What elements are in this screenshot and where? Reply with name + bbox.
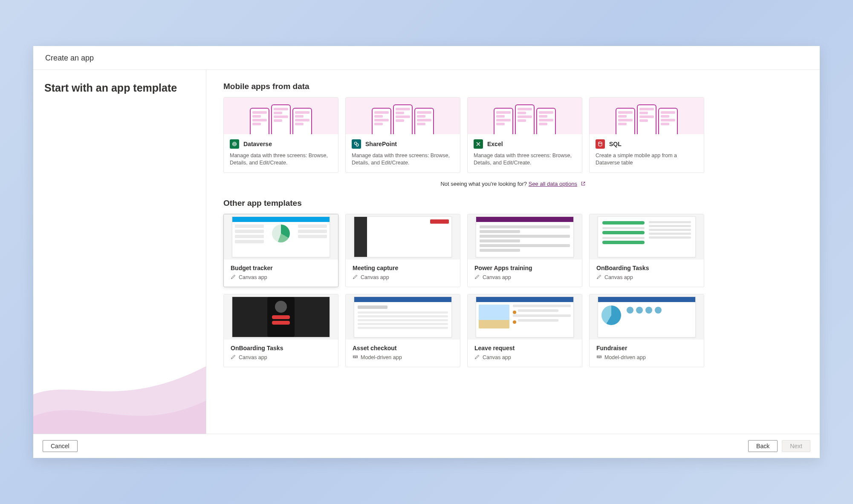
- template-preview: [224, 294, 338, 340]
- svg-rect-8: [597, 357, 599, 357]
- mobile-card-desc: Manage data with three screens: Browse, …: [230, 152, 332, 167]
- external-link-icon: [581, 181, 586, 187]
- template-kind: Canvas app: [353, 274, 453, 281]
- template-preview: [590, 294, 704, 340]
- template-title: Meeting capture: [353, 265, 453, 271]
- back-button[interactable]: Back: [748, 440, 778, 452]
- template-preview: [590, 214, 704, 259]
- footer-button-group: Back Next: [748, 440, 810, 452]
- see-all-data-link[interactable]: See all data options: [529, 181, 577, 187]
- pencil-icon: [474, 274, 480, 281]
- mobile-card-title: SQL: [609, 141, 622, 147]
- templates-grid: Budget tracker Canvas app Meeting captur…: [223, 214, 803, 367]
- template-preview: [346, 214, 460, 259]
- template-kind: Canvas app: [474, 274, 575, 281]
- not-seeing-text: Not seeing what you're looking for?: [440, 181, 528, 187]
- left-panel: Start with an app template: [33, 70, 206, 434]
- mobile-card-desc: Manage data with three screens: Browse, …: [474, 152, 576, 167]
- template-preview: [468, 214, 582, 259]
- dialog-title: Create an app: [45, 54, 94, 62]
- next-button[interactable]: Next: [782, 440, 810, 452]
- svg-point-2: [356, 144, 359, 146]
- blocks-icon: [353, 354, 358, 361]
- mobile-card-title: Dataverse: [243, 141, 272, 147]
- svg-rect-5: [353, 357, 356, 357]
- template-kind: Model-driven app: [353, 354, 453, 361]
- mobile-card-sql[interactable]: SQL Create a simple mobile app from a Da…: [589, 97, 704, 173]
- template-card-meeting-capture[interactable]: Meeting capture Canvas app: [345, 214, 460, 287]
- template-card-fundraiser[interactable]: Fundraiser Model-driven app: [589, 294, 704, 367]
- svg-rect-6: [356, 357, 358, 357]
- template-kind-label: Canvas app: [239, 354, 267, 360]
- dialog-header: Create an app: [33, 46, 820, 70]
- template-card-power-apps-training[interactable]: Power Apps training Canvas app: [467, 214, 582, 287]
- svg-rect-9: [599, 357, 601, 357]
- pencil-icon: [353, 274, 358, 281]
- template-kind-label: Canvas app: [361, 274, 389, 280]
- template-kind-label: Model-driven app: [604, 354, 646, 360]
- create-app-dialog: Create an app Start with an app template…: [33, 46, 820, 458]
- template-title: Power Apps training: [474, 265, 575, 271]
- mobile-preview: [224, 98, 338, 134]
- template-kind-label: Canvas app: [483, 274, 511, 280]
- mobile-preview: [590, 98, 704, 134]
- template-kind: Canvas app: [596, 274, 697, 281]
- excel-icon: [474, 139, 483, 149]
- mobile-card-sharepoint[interactable]: SharePoint Manage data with three screen…: [345, 97, 460, 173]
- not-seeing-row: Not seeing what you're looking for? See …: [223, 181, 803, 187]
- pencil-icon: [474, 354, 480, 361]
- sql-icon: [596, 139, 605, 149]
- mobile-grid: Dataverse Manage data with three screens…: [223, 97, 803, 173]
- section-mobile-title: Mobile apps from data: [223, 82, 803, 91]
- template-preview: [346, 294, 460, 340]
- template-kind: Canvas app: [474, 354, 575, 361]
- mobile-card-excel[interactable]: Excel Manage data with three screens: Br…: [467, 97, 582, 173]
- mobile-preview: [468, 98, 582, 134]
- template-card-onboarding-tasks[interactable]: OnBoarding Tasks Canvas app: [223, 294, 338, 367]
- template-title: OnBoarding Tasks: [231, 345, 331, 351]
- sharepoint-icon: [352, 139, 361, 149]
- template-kind: Canvas app: [231, 274, 331, 281]
- template-kind-label: Canvas app: [604, 274, 633, 280]
- pencil-icon: [596, 274, 602, 281]
- pencil-icon: [231, 274, 236, 281]
- template-kind-label: Canvas app: [239, 274, 267, 280]
- mobile-card-title: Excel: [487, 141, 503, 147]
- cancel-button[interactable]: Cancel: [43, 440, 78, 452]
- template-title: Leave request: [474, 345, 575, 351]
- blocks-icon: [596, 354, 602, 361]
- mobile-card-desc: Manage data with three screens: Browse, …: [352, 152, 454, 167]
- right-panel: Mobile apps from data Dataverse Manage d…: [206, 70, 820, 434]
- template-kind-label: Canvas app: [483, 354, 511, 360]
- pencil-icon: [231, 354, 236, 361]
- template-kind: Canvas app: [231, 354, 331, 361]
- dialog-footer: Cancel Back Next: [33, 434, 820, 458]
- template-kind: Model-driven app: [596, 354, 697, 361]
- template-title: Fundraiser: [596, 345, 697, 351]
- template-card-leave-request[interactable]: Leave request Canvas app: [467, 294, 582, 367]
- template-title: OnBoarding Tasks: [596, 265, 697, 271]
- mobile-card-dataverse[interactable]: Dataverse Manage data with three screens…: [223, 97, 338, 173]
- page-heading: Start with an app template: [44, 82, 195, 94]
- mobile-card-title: SharePoint: [365, 141, 397, 147]
- template-card-onboarding-tasks[interactable]: OnBoarding Tasks Canvas app: [589, 214, 704, 287]
- dialog-body: Start with an app template Mobile apps f…: [33, 70, 820, 434]
- mobile-preview: [346, 98, 460, 134]
- template-card-budget-tracker[interactable]: Budget tracker Canvas app: [223, 214, 338, 287]
- template-title: Asset checkout: [353, 345, 453, 351]
- template-preview: [224, 214, 338, 259]
- section-other-title: Other app templates: [223, 199, 803, 208]
- decorative-wave: [33, 314, 206, 434]
- mobile-card-desc: Create a simple mobile app from a Datave…: [596, 152, 698, 167]
- template-kind-label: Model-driven app: [361, 354, 402, 360]
- template-card-asset-checkout[interactable]: Asset checkout Model-driven app: [345, 294, 460, 367]
- dataverse-icon: [230, 139, 239, 149]
- svg-point-3: [599, 142, 602, 144]
- template-preview: [468, 294, 582, 340]
- template-title: Budget tracker: [231, 265, 331, 271]
